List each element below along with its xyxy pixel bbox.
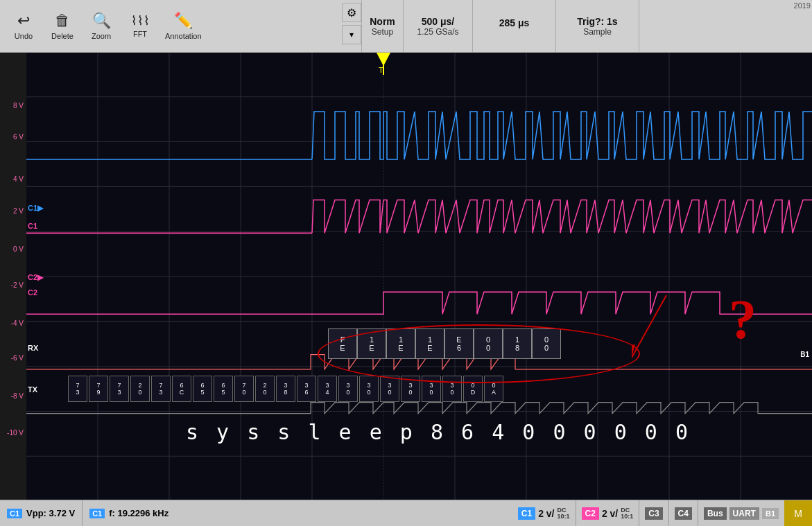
sys-sleep-text: s y s s l e e p 8 6 4 0 0 0 0 0 0 [186, 420, 691, 444]
meas-freq-ch-tag: C1 [89, 509, 105, 518]
rx-data-cell: 1E [357, 328, 386, 359]
tx-data-cell: 73 [151, 376, 171, 402]
c2-channel-label: C2 [28, 288, 37, 297]
freq-value: f: 19.2296 kHz [109, 508, 169, 518]
fft-button[interactable]: ⌇⌇⌇ FFT [122, 11, 158, 42]
delay-cell: 285 μs [473, 0, 556, 53]
tx-data-cell: 34 [318, 376, 337, 402]
vpp-value: Vpp: 3.72 V [26, 508, 75, 518]
ch4-box: C4 [675, 507, 692, 520]
b1-status-box: B1 [762, 508, 779, 519]
undo-button[interactable]: ↩ Undo [6, 9, 42, 42]
annotation-icon: ✏️ [174, 12, 193, 30]
measurement-vpp: C1 Vpp: 3.72 V [0, 508, 82, 518]
y-axis: 8 V6 V4 V2 V0 V-2 V-4 V-6 V-8 V-10 V [0, 53, 26, 500]
meas-ch1-tag: C1 [7, 509, 22, 518]
y-axis-label: -4 V [11, 319, 24, 327]
y-axis-label: -6 V [11, 354, 24, 362]
tx-data-cell: 30 [442, 376, 462, 402]
tx-data-cell: 0D [463, 376, 483, 402]
rx-data-cell: E6 [444, 328, 474, 359]
zoom-button[interactable]: 🔍 Zoom [83, 9, 119, 42]
tx-data-cell: 30 [401, 376, 420, 402]
mode-cell: Norm Setup [362, 0, 404, 53]
rx-data-cell: 00 [474, 328, 503, 359]
measurement-freq: C1 f: 19.2296 kHz [83, 508, 175, 518]
y-axis-label: 0 V [13, 245, 24, 253]
time-div-cell: 500 μs/ 1.25 GSa/s [404, 0, 473, 53]
c1-channel-label: C1 [28, 222, 37, 230]
ch2-vdiv: 2 v/ [602, 508, 618, 519]
year-label: 2019 [794, 1, 811, 10]
tx-data-cell: 36 [297, 376, 316, 402]
trigger-marker: ▼T [379, 55, 387, 75]
zoom-icon: 🔍 [92, 12, 111, 30]
delete-icon: 🗑 [55, 12, 70, 30]
tx-data-cell: 65 [214, 376, 233, 402]
fft-icon: ⌇⌇⌇ [131, 14, 150, 29]
chevron-down-button[interactable]: ▾ [342, 25, 361, 44]
b1-scope-label: B1 [800, 351, 809, 358]
undo-icon: ↩ [17, 12, 30, 30]
bus-box: Bus [704, 507, 727, 520]
y-axis-label: 2 V [13, 207, 24, 215]
ch2-status: C2 2 v/ DC 10:1 [576, 500, 639, 527]
ch1-box: C1 [518, 507, 535, 520]
annotation-button[interactable]: ✏️ Annotation [161, 9, 206, 42]
rx-data-cell: 1E [386, 328, 415, 359]
gear-button[interactable]: ⚙ [342, 3, 361, 22]
ch3-status: C3 [639, 500, 668, 527]
tx-data-cell: 70 [234, 376, 254, 402]
tx-data-cell: 20 [130, 376, 150, 402]
y-axis-label: 4 V [13, 175, 24, 183]
y-axis-label: 6 V [13, 133, 24, 141]
tx-data-cell: 6C [172, 376, 191, 402]
tx-data-cell: 73 [68, 376, 87, 402]
y-axis-label: 8 V [13, 102, 24, 109]
ch1-vdiv: 2 v/ [538, 508, 554, 519]
tx-data-cell: 38 [276, 376, 295, 402]
question-mark-annotation: ? [729, 288, 757, 351]
ch2-box: C2 [582, 507, 599, 520]
y-axis-label: -8 V [11, 392, 24, 400]
tx-data-cell: 30 [338, 376, 358, 402]
info-panel: Norm Setup 500 μs/ 1.25 GSa/s 285 μs Tri… [361, 0, 812, 53]
c1-marker: C1▶ [28, 204, 43, 213]
rx-data-cell: FE [328, 328, 357, 359]
uart-box: UART [729, 507, 759, 520]
bus-status: Bus UART B1 [698, 500, 784, 527]
tx-channel-label: TX [28, 385, 37, 394]
rx-data-cell: 00 [532, 328, 561, 359]
tx-data-cell: 30 [380, 376, 399, 402]
c2-marker: C2▶ [28, 273, 43, 282]
rx-data-cell: 18 [503, 328, 532, 359]
rx-data-cell: 1E [415, 328, 444, 359]
y-axis-label: -10 V [7, 429, 24, 437]
status-bar: C1 Vpp: 3.72 V C1 f: 19.2296 kHz C1 2 v/… [0, 500, 812, 526]
rx-channel-label: RX [28, 344, 38, 352]
tx-data-cell: 79 [89, 376, 108, 402]
ch2-coupling: DC 10:1 [621, 507, 633, 520]
tx-data-cell: 0A [484, 376, 503, 402]
tx-data-cell: 73 [110, 376, 129, 402]
ch1-coupling: DC 10:1 [558, 507, 570, 520]
y-axis-label: -2 V [11, 281, 24, 289]
tx-data-cell: 30 [359, 376, 379, 402]
ch1-status: C1 2 v/ DC 10:1 [512, 500, 576, 527]
scope-screen: ▼T C1▶ C1 C2▶ C2 RX TX B1 FE1E1E1EE60018… [26, 53, 812, 500]
trig-cell: Trig?: 1s Sample [556, 0, 639, 53]
tx-data-cell: 30 [422, 376, 441, 402]
tx-data-cell: 20 [255, 376, 275, 402]
ch4-status: C4 [669, 500, 698, 527]
delete-button[interactable]: 🗑 Delete [44, 9, 80, 42]
ch3-box: C3 [645, 507, 662, 520]
tx-data-cell: 65 [193, 376, 212, 402]
more-button[interactable]: M [784, 500, 812, 527]
